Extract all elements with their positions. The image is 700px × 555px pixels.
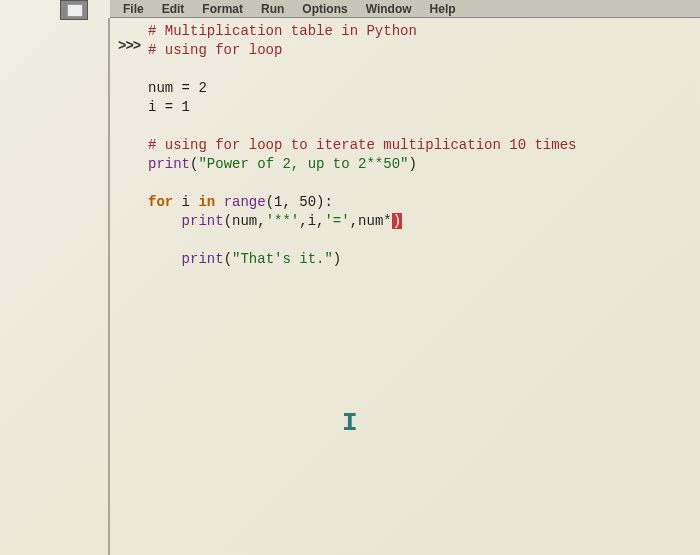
code-comment: # using for loop to iterate multiplicati… — [148, 137, 576, 153]
app-icon — [60, 0, 88, 20]
code-builtin: print — [182, 213, 224, 229]
code-text: (1, 50): — [266, 194, 333, 210]
code-indent — [148, 213, 182, 229]
code-string: "Power of 2, up to 2**50" — [198, 156, 408, 172]
syntax-error-highlight: ) — [392, 213, 402, 229]
code-text: num = 2 — [148, 80, 207, 96]
menu-run[interactable]: Run — [252, 2, 293, 16]
code-keyword: for — [148, 194, 173, 210]
menu-bar: File Edit Format Run Options Window Help — [110, 0, 700, 18]
code-keyword: in — [198, 194, 215, 210]
code-comment: # Multiplication table in Python — [148, 23, 417, 39]
shell-prompt: >>> — [118, 38, 140, 54]
code-text: ) — [333, 251, 341, 267]
code-text: ) — [408, 156, 416, 172]
menu-file[interactable]: File — [114, 2, 153, 16]
menu-help[interactable]: Help — [421, 2, 465, 16]
code-builtin: range — [224, 194, 266, 210]
code-text: ( — [224, 251, 232, 267]
menu-edit[interactable]: Edit — [153, 2, 194, 16]
code-comment: # using for loop — [148, 42, 282, 58]
code-text: ,i, — [299, 213, 324, 229]
text-cursor-icon: I — [342, 408, 358, 438]
code-builtin: print — [182, 251, 224, 267]
editor-gutter — [108, 18, 110, 555]
code-indent — [148, 251, 182, 267]
code-text: ,num* — [350, 213, 392, 229]
menu-window[interactable]: Window — [357, 2, 421, 16]
code-text: i — [173, 194, 198, 210]
code-string: "That's it." — [232, 251, 333, 267]
code-string: '**' — [266, 213, 300, 229]
code-text — [215, 194, 223, 210]
code-text: i = 1 — [148, 99, 190, 115]
menu-options[interactable]: Options — [293, 2, 356, 16]
code-editor[interactable]: # Multiplication table in Python # using… — [148, 22, 690, 269]
code-builtin: print — [148, 156, 190, 172]
menu-format[interactable]: Format — [193, 2, 252, 16]
code-text: (num, — [224, 213, 266, 229]
code-string: '=' — [324, 213, 349, 229]
